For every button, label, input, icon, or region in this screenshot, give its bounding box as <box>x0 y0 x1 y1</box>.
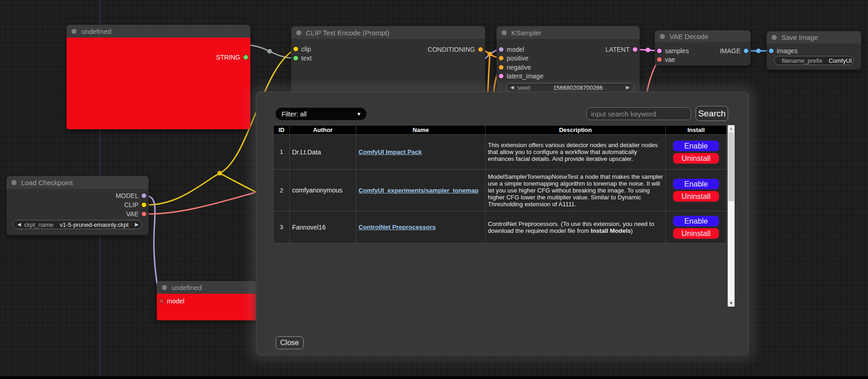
scroll-up-icon[interactable]: ▲ <box>728 125 735 132</box>
output-clip-port[interactable]: CLIP <box>124 201 146 209</box>
input-samples-port[interactable]: samples <box>657 47 689 55</box>
node-title-bar[interactable]: undefined <box>157 281 259 294</box>
output-latent-port[interactable]: LATENT <box>605 45 637 54</box>
widget-value[interactable]: 156680208700286 <box>553 84 603 91</box>
input-model-port[interactable]: model <box>499 45 524 54</box>
search-button[interactable]: Search <box>696 106 728 121</box>
input-vae-port[interactable]: vae <box>657 55 675 64</box>
output-conditioning-port[interactable]: CONDITIONING <box>428 45 483 54</box>
output-image-port[interactable]: IMAGE <box>720 47 748 55</box>
model-port-dot[interactable] <box>499 47 503 52</box>
input-negative-port[interactable]: negative <box>499 63 531 71</box>
vae-port-dot[interactable] <box>142 212 146 216</box>
reroute-dot-latent[interactable] <box>646 48 650 52</box>
node-save-image[interactable]: Save Image images filename_prefix ComfyU… <box>767 31 861 70</box>
clip-port-dot[interactable] <box>293 47 298 51</box>
collapse-dot-icon[interactable] <box>772 35 777 40</box>
node-title-bar[interactable]: KSampler <box>497 26 640 39</box>
scroll-down-icon[interactable]: ▼ <box>728 300 735 307</box>
node-undefined-bottom[interactable]: undefined model <box>157 281 259 320</box>
input-model-port[interactable]: model <box>159 297 184 305</box>
conditioning-port-dot[interactable] <box>478 47 483 52</box>
widget-label: seed <box>517 84 530 91</box>
close-button[interactable]: Close <box>276 336 304 349</box>
uninstall-button[interactable]: Uninstall <box>673 228 719 239</box>
node-title-bar[interactable]: CLIP Text Encode (Prompt) <box>291 26 485 39</box>
clip-port-dot[interactable] <box>142 203 146 207</box>
node-title-bar[interactable]: Load Checkpoint <box>6 176 149 189</box>
collapse-dot-icon[interactable] <box>296 30 301 35</box>
reroute-dot-conditioning[interactable] <box>487 52 492 56</box>
cell-author: comfyanonymous <box>290 170 356 211</box>
text-port-dot[interactable] <box>293 56 298 60</box>
positive-port-dot[interactable] <box>499 56 503 60</box>
node-title: undefined <box>81 27 111 35</box>
enable-button[interactable]: Enable <box>673 178 719 190</box>
collapse-dot-icon[interactable] <box>11 180 17 185</box>
node-undefined-top[interactable]: undefined STRING <box>66 25 250 129</box>
collapse-dot-icon[interactable] <box>502 30 507 35</box>
string-port-dot[interactable] <box>243 55 248 60</box>
collapse-dot-icon[interactable] <box>660 34 665 39</box>
reroute-dot-clip[interactable] <box>217 171 222 176</box>
images-port-dot[interactable] <box>769 49 774 53</box>
node-vae-decode[interactable]: VAE Decode samples vae IMAGE <box>655 30 751 66</box>
extension-link[interactable]: ComfyUI_experiments/sampler_tonemap <box>359 187 479 194</box>
input-latent-image-port[interactable]: latent_image <box>499 72 543 80</box>
extension-link[interactable]: ComfyUI Impact Pack <box>359 148 422 155</box>
reroute-dot-image[interactable] <box>756 49 761 53</box>
node-title-bar[interactable]: Save Image <box>767 31 861 44</box>
node-clip-text-encode[interactable]: CLIP Text Encode (Prompt) clip text COND… <box>291 26 485 92</box>
reroute-dot-string[interactable] <box>267 49 272 54</box>
node-body: STRING <box>66 38 250 129</box>
widget-value[interactable]: ComfyUI <box>829 57 852 64</box>
latent-port-dot[interactable] <box>633 47 637 52</box>
collapse-dot-icon[interactable] <box>162 285 167 290</box>
output-vae-port[interactable]: VAE <box>126 210 146 218</box>
input-clip-port[interactable]: clip <box>293 45 311 53</box>
increment-arrow-icon[interactable]: ▶ <box>626 85 630 90</box>
model-port-dot[interactable] <box>142 193 146 198</box>
filter-selected-value: Filter: all <box>282 110 307 118</box>
prev-arrow-icon[interactable]: ◀ <box>17 222 21 227</box>
output-label: IMAGE <box>720 47 741 55</box>
samples-port-dot[interactable] <box>657 49 662 53</box>
output-label: MODEL <box>116 192 138 199</box>
output-string-port[interactable]: STRING <box>216 53 248 61</box>
extension-link[interactable]: ControlNet Preprocessors <box>359 224 436 231</box>
ckpt-name-widget[interactable]: ◀ ckpt_name v1-5-pruned-emaonly.ckpt ▶ <box>13 220 142 229</box>
input-label: model <box>167 297 184 305</box>
latent-image-port-dot[interactable] <box>499 74 503 78</box>
next-arrow-icon[interactable]: ▶ <box>135 222 138 227</box>
widget-value[interactable]: v1-5-pruned-emaonly.ckpt <box>60 221 128 228</box>
input-text-port[interactable]: text <box>293 54 312 62</box>
node-title-bar[interactable]: undefined <box>66 25 250 38</box>
cell-install: Enable Uninstall <box>666 170 727 211</box>
node-title-bar[interactable]: VAE Decode <box>655 30 751 42</box>
search-input[interactable] <box>586 107 691 120</box>
filename-prefix-widget[interactable]: filename_prefix ComfyUI <box>774 56 854 65</box>
node-ksampler[interactable]: KSampler model positive negative latent_… <box>497 26 640 96</box>
comfyui-canvas[interactable]: undefined STRING CLIP Text Encode (Promp… <box>0 0 868 379</box>
filter-select[interactable]: Filter: all ▾ <box>276 108 366 120</box>
table-row: 2 comfyanonymous ComfyUI_experiments/sam… <box>274 170 727 211</box>
seed-widget[interactable]: ◀ seed 156680208700286 ▶ <box>506 83 634 92</box>
output-model-port[interactable]: MODEL <box>116 192 146 200</box>
node-load-checkpoint[interactable]: Load Checkpoint MODEL CLIP VAE ◀ ckpt_na… <box>6 176 149 235</box>
negative-port-dot[interactable] <box>499 65 503 70</box>
uninstall-button[interactable]: Uninstall <box>673 153 719 164</box>
table-row: 1 Dr.Lt.Data ComfyUI Impact Pack This ex… <box>274 135 727 170</box>
decrement-arrow-icon[interactable]: ◀ <box>510 85 514 90</box>
vae-port-dot[interactable] <box>657 57 662 62</box>
node-title: undefined <box>171 284 202 291</box>
uninstall-button[interactable]: Uninstall <box>673 191 719 202</box>
collapse-dot-icon[interactable] <box>72 29 77 34</box>
enable-button[interactable]: Enable <box>673 140 719 152</box>
image-port-dot[interactable] <box>744 49 748 53</box>
scrollbar[interactable]: ▲ ▼ <box>728 125 735 307</box>
input-images-port[interactable]: images <box>769 47 797 55</box>
scrollbar-thumb[interactable] <box>728 132 734 201</box>
enable-button[interactable]: Enable <box>673 215 719 227</box>
model-port-dot[interactable] <box>159 299 164 303</box>
input-positive-port[interactable]: positive <box>499 54 528 62</box>
